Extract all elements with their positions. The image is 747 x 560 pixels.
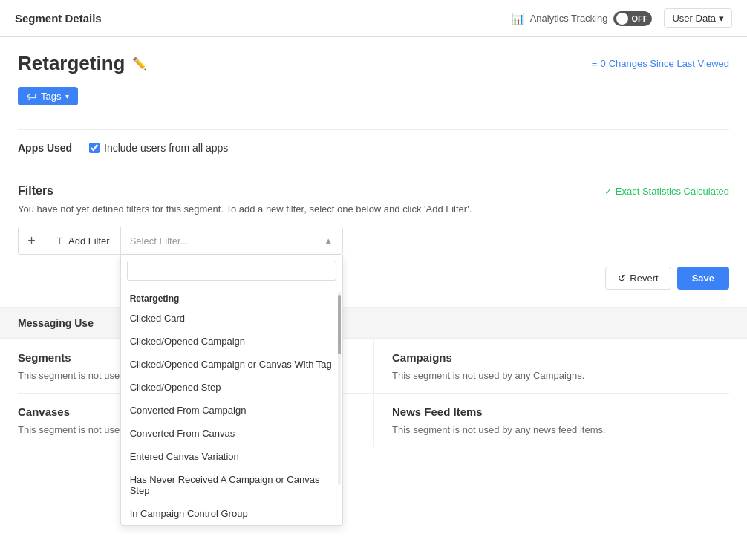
list-item[interactable]: Entered Canvas Variation (121, 445, 342, 468)
add-filter-plus-button[interactable]: + (18, 227, 45, 255)
apps-used-label: Apps Used (18, 142, 77, 154)
list-item[interactable]: Converted From Canvas (121, 422, 342, 445)
title-row: Retargeting ✏️ (18, 52, 147, 75)
include-all-apps-label: Include users from all apps (104, 142, 228, 154)
changes-label: Changes Since Last Viewed (609, 58, 729, 69)
toggle-knob (616, 13, 628, 25)
filters-hint: You have not yet defined filters for thi… (18, 204, 729, 215)
dropdown-search-input[interactable] (127, 261, 336, 281)
user-data-label: User Data (672, 13, 716, 24)
divider-1 (18, 129, 729, 130)
analytics-toggle[interactable]: OFF (613, 11, 652, 26)
include-all-apps-checkbox[interactable] (89, 143, 100, 153)
edit-icon[interactable]: ✏️ (132, 56, 147, 71)
dropdown-search (121, 255, 342, 287)
campaigns-hint: This segment is not used by any Campaign… (392, 370, 729, 381)
campaigns-title: Campaigns (392, 351, 729, 364)
news-feed-section: News Feed Items This segment is not used… (374, 393, 729, 447)
bar-chart-icon: 📊 (512, 13, 524, 25)
top-nav: Segment Details 📊 Analytics Tracking OFF… (0, 0, 747, 37)
list-icon: ≡ (592, 58, 598, 69)
chevron-down-icon: ▾ (719, 13, 724, 24)
tag-icon: 🏷 (27, 91, 36, 102)
list-item[interactable]: Converted From Campaign (121, 399, 342, 422)
analytics-label: Analytics Tracking (530, 13, 608, 24)
filters-title: Filters (18, 184, 53, 198)
filter-toolbar-container: + ⊤ Add Filter Select Filter... ▲ Retarg… (18, 227, 729, 290)
messaging-use-row: Messaging Use (0, 307, 747, 339)
tags-label: Tags (41, 91, 61, 102)
dropdown-scrollable: Retargeting Clicked Card Clicked/Opened … (121, 287, 342, 525)
chevron-up-icon: ▲ (324, 235, 333, 247)
list-item[interactable]: In Campaign Control Group (121, 502, 342, 525)
list-item[interactable]: Clicked/Opened Campaign (121, 330, 342, 353)
save-button[interactable]: Save (677, 267, 729, 290)
nav-title: Segment Details (15, 12, 512, 25)
filters-header: Filters ✓ Exact Statistics Calculated (18, 184, 729, 198)
nav-right: 📊 Analytics Tracking OFF User Data ▾ (512, 8, 732, 28)
revert-label: Revert (630, 273, 658, 284)
messaging-use-label: Messaging Use (18, 317, 94, 329)
filter-icon: ⊤ (56, 235, 64, 247)
scrollbar-thumb[interactable] (338, 295, 341, 354)
tags-button[interactable]: 🏷 Tags ▾ (18, 87, 78, 105)
changes-count: 0 (600, 58, 605, 69)
user-data-button[interactable]: User Data ▾ (664, 8, 732, 28)
select-filter-placeholder: Select Filter... (130, 235, 189, 247)
campaigns-section: Campaigns This segment is not used by an… (374, 339, 729, 393)
list-item[interactable]: Has Never Received A Campaign or Canvas … (121, 468, 342, 502)
scrollbar-track (338, 292, 341, 485)
news-feed-title: News Feed Items (392, 406, 729, 418)
add-filter-button[interactable]: ⊤ Add Filter (45, 227, 120, 255)
main-content: Retargeting ✏️ ≡ 0 Changes Since Last Vi… (0, 37, 747, 560)
divider-2 (18, 172, 729, 172)
news-feed-hint: This segment is not used by any news fee… (392, 424, 729, 435)
list-item[interactable]: Clicked Card (121, 307, 342, 330)
exact-stats: ✓ Exact Statistics Calculated (604, 186, 729, 197)
list-item[interactable]: Clicked/Opened Campaign or Canvas With T… (121, 353, 342, 376)
revert-icon: ↺ (618, 273, 626, 284)
include-all-apps-checkbox-row: Include users from all apps (89, 142, 228, 154)
tags-chevron-icon: ▾ (65, 92, 69, 100)
checkmark-icon: ✓ (604, 186, 613, 197)
analytics-tracking-group: 📊 Analytics Tracking OFF (512, 11, 653, 26)
toggle-state: OFF (631, 14, 647, 23)
filter-toolbar: + ⊤ Add Filter Select Filter... ▲ Retarg… (18, 227, 729, 255)
add-filter-label: Add Filter (68, 235, 110, 247)
apps-used-row: Apps Used Include users from all apps (18, 142, 729, 154)
page-title: Retargeting (18, 52, 125, 75)
page-header: Retargeting ✏️ ≡ 0 Changes Since Last Vi… (18, 52, 729, 75)
filter-dropdown-menu: Retargeting Clicked Card Clicked/Opened … (120, 255, 343, 526)
list-item[interactable]: Clicked/Opened Step (121, 376, 342, 399)
changes-link[interactable]: ≡ 0 Changes Since Last Viewed (592, 58, 729, 69)
revert-button[interactable]: ↺ Revert (605, 267, 671, 290)
dropdown-group-label: Retargeting (121, 287, 342, 307)
select-filter-container: Select Filter... ▲ Retargeting Clicked C… (120, 227, 343, 255)
select-filter-button[interactable]: Select Filter... ▲ (120, 227, 343, 255)
exact-stats-label: Exact Statistics Calculated (616, 186, 729, 197)
